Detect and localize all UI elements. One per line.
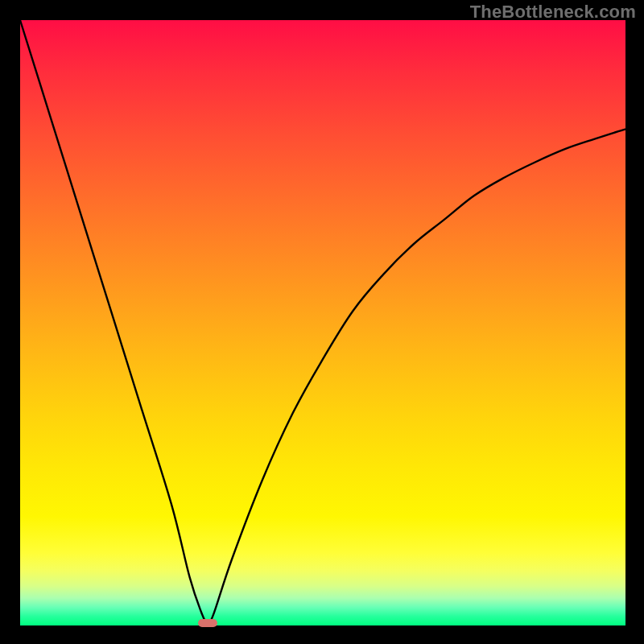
minimum-marker	[198, 619, 217, 627]
bottleneck-curve	[20, 20, 625, 625]
chart-frame: TheBottleneck.com	[0, 0, 644, 644]
plot-area	[20, 20, 625, 625]
